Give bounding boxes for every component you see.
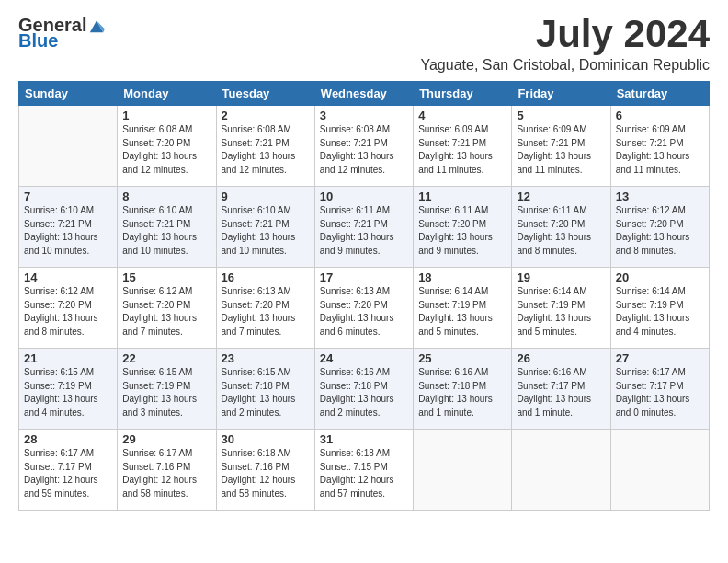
table-row: 1Sunrise: 6:08 AMSunset: 7:20 PMDaylight… xyxy=(118,106,216,187)
day-info: Sunrise: 6:16 AMSunset: 7:18 PMDaylight:… xyxy=(418,366,506,419)
day-info: Sunrise: 6:16 AMSunset: 7:18 PMDaylight:… xyxy=(320,366,408,419)
table-row: 14Sunrise: 6:12 AMSunset: 7:20 PMDayligh… xyxy=(19,268,118,349)
day-info: Sunrise: 6:08 AMSunset: 7:21 PMDaylight:… xyxy=(320,123,408,177)
table-row xyxy=(512,430,610,511)
day-number: 25 xyxy=(418,351,506,365)
table-row xyxy=(19,106,118,187)
day-info: Sunrise: 6:11 AMSunset: 7:20 PMDaylight:… xyxy=(418,204,506,258)
day-number: 23 xyxy=(222,351,310,365)
day-number: 16 xyxy=(222,270,310,284)
col-friday: Friday xyxy=(512,82,610,106)
day-number: 2 xyxy=(222,109,310,122)
day-number: 18 xyxy=(418,270,506,284)
table-row: 26Sunrise: 6:16 AMSunset: 7:17 PMDayligh… xyxy=(512,349,610,430)
day-info: Sunrise: 6:08 AMSunset: 7:21 PMDaylight:… xyxy=(222,123,310,177)
day-info: Sunrise: 6:15 AMSunset: 7:19 PMDaylight:… xyxy=(122,366,210,419)
table-row: 7Sunrise: 6:10 AMSunset: 7:21 PMDaylight… xyxy=(19,187,118,268)
table-row: 20Sunrise: 6:14 AMSunset: 7:19 PMDayligh… xyxy=(610,268,709,349)
day-number: 31 xyxy=(320,432,408,446)
col-thursday: Thursday xyxy=(414,82,512,106)
day-info: Sunrise: 6:16 AMSunset: 7:17 PMDaylight:… xyxy=(517,366,605,419)
table-row: 13Sunrise: 6:12 AMSunset: 7:20 PMDayligh… xyxy=(610,187,709,268)
day-info: Sunrise: 6:12 AMSunset: 7:20 PMDaylight:… xyxy=(122,285,210,339)
day-info: Sunrise: 6:12 AMSunset: 7:20 PMDaylight:… xyxy=(24,285,112,339)
day-number: 11 xyxy=(418,190,506,203)
day-info: Sunrise: 6:09 AMSunset: 7:21 PMDaylight:… xyxy=(616,123,704,177)
day-number: 24 xyxy=(320,351,408,365)
logo-icon xyxy=(88,17,105,34)
table-row: 11Sunrise: 6:11 AMSunset: 7:20 PMDayligh… xyxy=(414,187,512,268)
table-row: 31Sunrise: 6:18 AMSunset: 7:15 PMDayligh… xyxy=(314,430,413,511)
table-row: 16Sunrise: 6:13 AMSunset: 7:20 PMDayligh… xyxy=(216,268,314,349)
table-row: 25Sunrise: 6:16 AMSunset: 7:18 PMDayligh… xyxy=(414,349,512,430)
table-row: 6Sunrise: 6:09 AMSunset: 7:21 PMDaylight… xyxy=(610,106,709,187)
day-number: 3 xyxy=(320,109,408,122)
day-info: Sunrise: 6:12 AMSunset: 7:20 PMDaylight:… xyxy=(616,204,704,258)
table-row: 10Sunrise: 6:11 AMSunset: 7:21 PMDayligh… xyxy=(314,187,413,268)
subtitle: Yaguate, San Cristobal, Dominican Republ… xyxy=(18,57,710,74)
table-row: 29Sunrise: 6:17 AMSunset: 7:16 PMDayligh… xyxy=(118,430,216,511)
table-row: 19Sunrise: 6:14 AMSunset: 7:19 PMDayligh… xyxy=(512,268,610,349)
day-number: 6 xyxy=(616,109,704,122)
logo: General Blue xyxy=(18,15,105,52)
table-row: 8Sunrise: 6:10 AMSunset: 7:21 PMDaylight… xyxy=(118,187,216,268)
day-number: 22 xyxy=(122,351,210,365)
day-number: 29 xyxy=(122,432,210,446)
day-number: 13 xyxy=(616,190,704,203)
title-block: July 2024 xyxy=(536,15,710,53)
day-number: 19 xyxy=(517,270,605,284)
day-number: 17 xyxy=(320,270,408,284)
table-row: 27Sunrise: 6:17 AMSunset: 7:17 PMDayligh… xyxy=(610,349,709,430)
day-number: 1 xyxy=(122,109,210,122)
table-row: 24Sunrise: 6:16 AMSunset: 7:18 PMDayligh… xyxy=(314,349,413,430)
day-info: Sunrise: 6:10 AMSunset: 7:21 PMDaylight:… xyxy=(24,204,112,258)
day-info: Sunrise: 6:17 AMSunset: 7:17 PMDaylight:… xyxy=(616,366,704,419)
day-info: Sunrise: 6:13 AMSunset: 7:20 PMDaylight:… xyxy=(320,285,408,339)
day-number: 8 xyxy=(122,190,210,203)
table-row: 17Sunrise: 6:13 AMSunset: 7:20 PMDayligh… xyxy=(314,268,413,349)
logo-blue-text: Blue xyxy=(18,30,58,52)
calendar-week-2: 7Sunrise: 6:10 AMSunset: 7:21 PMDaylight… xyxy=(19,187,710,268)
table-row: 3Sunrise: 6:08 AMSunset: 7:21 PMDaylight… xyxy=(314,106,413,187)
day-number: 27 xyxy=(616,351,704,365)
col-monday: Monday xyxy=(118,82,216,106)
table-row: 5Sunrise: 6:09 AMSunset: 7:21 PMDaylight… xyxy=(512,106,610,187)
day-info: Sunrise: 6:09 AMSunset: 7:21 PMDaylight:… xyxy=(517,123,605,177)
day-number: 12 xyxy=(517,190,605,203)
table-row xyxy=(610,430,709,511)
day-info: Sunrise: 6:11 AMSunset: 7:20 PMDaylight:… xyxy=(517,204,605,258)
calendar-week-5: 28Sunrise: 6:17 AMSunset: 7:17 PMDayligh… xyxy=(19,430,710,511)
day-info: Sunrise: 6:15 AMSunset: 7:19 PMDaylight:… xyxy=(24,366,112,419)
table-row: 28Sunrise: 6:17 AMSunset: 7:17 PMDayligh… xyxy=(19,430,118,511)
day-info: Sunrise: 6:14 AMSunset: 7:19 PMDaylight:… xyxy=(418,285,506,339)
day-info: Sunrise: 6:08 AMSunset: 7:20 PMDaylight:… xyxy=(122,123,210,177)
day-number: 14 xyxy=(24,270,112,284)
day-info: Sunrise: 6:17 AMSunset: 7:17 PMDaylight:… xyxy=(24,447,112,500)
table-row xyxy=(414,430,512,511)
table-row: 23Sunrise: 6:15 AMSunset: 7:18 PMDayligh… xyxy=(216,349,314,430)
day-info: Sunrise: 6:18 AMSunset: 7:15 PMDaylight:… xyxy=(320,447,408,500)
col-wednesday: Wednesday xyxy=(314,82,413,106)
col-tuesday: Tuesday xyxy=(216,82,314,106)
calendar-week-4: 21Sunrise: 6:15 AMSunset: 7:19 PMDayligh… xyxy=(19,349,710,430)
table-row: 12Sunrise: 6:11 AMSunset: 7:20 PMDayligh… xyxy=(512,187,610,268)
table-row: 15Sunrise: 6:12 AMSunset: 7:20 PMDayligh… xyxy=(118,268,216,349)
day-number: 28 xyxy=(24,432,112,446)
day-info: Sunrise: 6:18 AMSunset: 7:16 PMDaylight:… xyxy=(222,447,310,500)
day-info: Sunrise: 6:14 AMSunset: 7:19 PMDaylight:… xyxy=(517,285,605,339)
table-row: 9Sunrise: 6:10 AMSunset: 7:21 PMDaylight… xyxy=(216,187,314,268)
day-number: 7 xyxy=(24,190,112,203)
day-info: Sunrise: 6:10 AMSunset: 7:21 PMDaylight:… xyxy=(222,204,310,258)
day-info: Sunrise: 6:13 AMSunset: 7:20 PMDaylight:… xyxy=(222,285,310,339)
calendar-page: General Blue July 2024 Yaguate, San Cris… xyxy=(0,0,728,520)
day-number: 15 xyxy=(122,270,210,284)
header: General Blue July 2024 xyxy=(18,15,710,53)
calendar-table: Sunday Monday Tuesday Wednesday Thursday… xyxy=(18,81,710,511)
table-row: 21Sunrise: 6:15 AMSunset: 7:19 PMDayligh… xyxy=(19,349,118,430)
day-number: 21 xyxy=(24,351,112,365)
day-info: Sunrise: 6:11 AMSunset: 7:21 PMDaylight:… xyxy=(320,204,408,258)
table-row: 4Sunrise: 6:09 AMSunset: 7:21 PMDaylight… xyxy=(414,106,512,187)
day-number: 4 xyxy=(418,109,506,122)
table-row: 2Sunrise: 6:08 AMSunset: 7:21 PMDaylight… xyxy=(216,106,314,187)
day-info: Sunrise: 6:17 AMSunset: 7:16 PMDaylight:… xyxy=(122,447,210,500)
